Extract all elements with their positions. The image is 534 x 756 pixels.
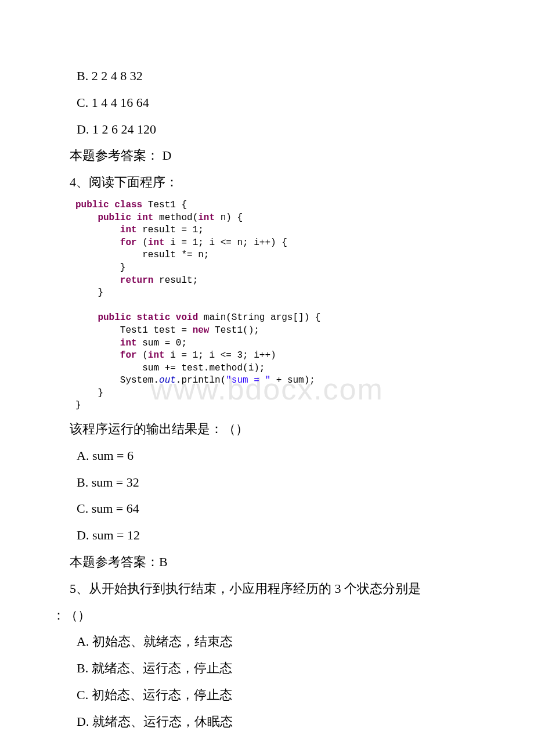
code-text: ( bbox=[137, 237, 148, 248]
q5-option-a: A. 初始态、就绪态，结束态 bbox=[52, 629, 482, 654]
q4-option-d: D. sum = 12 bbox=[52, 523, 482, 548]
document-body: B. 2 2 4 8 32 C. 1 4 4 16 64 D. 1 2 6 24… bbox=[0, 0, 534, 756]
code-kw: int bbox=[148, 350, 165, 361]
q4-answer: 本题参考答案：B bbox=[52, 550, 482, 574]
q5-prompt-line1: 5、从开始执行到执行结束，小应用程序经历的 3 个状态分别是 bbox=[52, 577, 482, 601]
q4-option-a: A. sum = 6 bbox=[52, 444, 482, 468]
code-text: i = 1; i <= 3; i++) bbox=[165, 350, 276, 361]
code-text: result; bbox=[153, 275, 198, 286]
code-static: out bbox=[159, 375, 176, 386]
code-text: Test1(); bbox=[209, 325, 259, 336]
code-text: } bbox=[75, 388, 103, 398]
code-kw: for bbox=[120, 350, 137, 361]
code-kw: int bbox=[148, 237, 165, 248]
code-kw: public int bbox=[75, 213, 153, 223]
q4-prompt: 4、阅读下面程序： bbox=[52, 170, 482, 195]
q5-option-c: C. 初始态、运行态，停止态 bbox=[52, 683, 482, 707]
code-kw: public class bbox=[75, 200, 142, 210]
q3-option-b: B. 2 2 4 8 32 bbox=[52, 64, 482, 88]
code-text: main(String args[]) { bbox=[198, 312, 320, 323]
q4-code-block: public class Test1 { public int method(i… bbox=[75, 199, 482, 412]
code-text: } bbox=[75, 287, 103, 298]
code-text: sum += test.method(i); bbox=[75, 363, 265, 373]
q3-option-d: D. 1 2 6 24 120 bbox=[52, 117, 482, 142]
code-kw: int bbox=[198, 213, 215, 223]
code-text: Test1 { bbox=[142, 200, 187, 210]
code-kw: for bbox=[120, 237, 137, 248]
q3-answer: 本题参考答案： D bbox=[52, 143, 482, 168]
code-kw: int bbox=[120, 338, 137, 348]
q5-option-d: D. 就绪态、运行态，休眠态 bbox=[52, 710, 482, 734]
code-text: System. bbox=[75, 375, 159, 386]
code-kw: return bbox=[120, 275, 154, 286]
code-text: i = 1; i <= n; i++) { bbox=[165, 237, 287, 248]
code-kw: public static void bbox=[75, 312, 198, 323]
q5-prompt-line2: ：（） bbox=[52, 603, 482, 628]
code-text: n) { bbox=[215, 213, 243, 223]
code-text: method( bbox=[153, 213, 198, 223]
code-text: .println( bbox=[176, 375, 226, 386]
q4-option-c: C. sum = 64 bbox=[52, 496, 482, 521]
q4-result-prompt: 该程序运行的输出结果是：（） bbox=[52, 417, 482, 441]
code-text: result *= n; bbox=[75, 250, 209, 260]
q3-option-c: C. 1 4 4 16 64 bbox=[52, 91, 482, 115]
q5-option-b: B. 就绪态、运行态，停止态 bbox=[52, 656, 482, 681]
code-text: + sum); bbox=[270, 375, 315, 386]
code-text: sum = 0; bbox=[137, 338, 187, 348]
q4-option-b: B. sum = 32 bbox=[52, 470, 482, 495]
code-text: } bbox=[75, 262, 125, 273]
code-text: } bbox=[75, 400, 81, 411]
code-text: result = 1; bbox=[137, 225, 204, 235]
code-kw: new bbox=[193, 325, 210, 336]
code-text: ( bbox=[137, 350, 148, 361]
code-text: Test1 test = bbox=[75, 325, 193, 336]
code-kw: int bbox=[120, 225, 137, 235]
code-string: "sum = " bbox=[226, 375, 270, 386]
